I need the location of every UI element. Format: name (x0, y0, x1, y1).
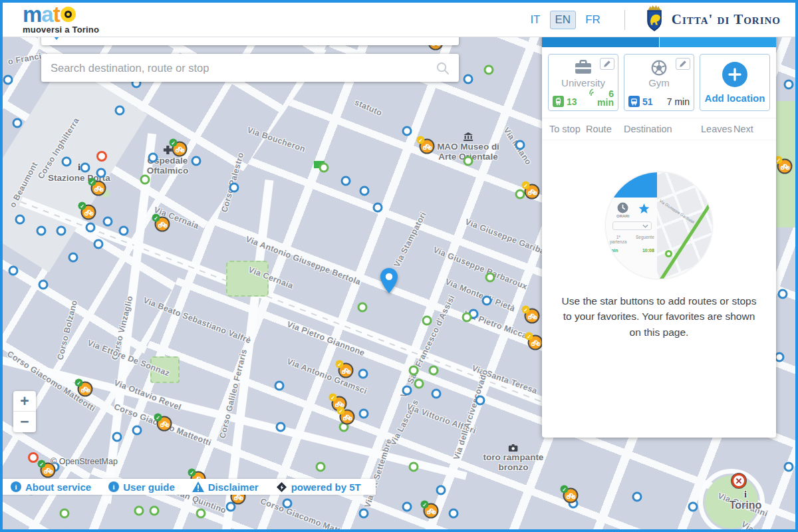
map-marker-bus-stop[interactable] (112, 432, 122, 442)
map-marker-bus-stop[interactable] (37, 226, 47, 236)
map-marker-bus-stop[interactable] (39, 280, 49, 290)
map-marker-bike-station[interactable]: ✓ (81, 205, 96, 220)
map-marker-stop[interactable] (140, 175, 150, 185)
map-marker-bus-stop[interactable] (192, 156, 201, 166)
map-marker-stop[interactable] (484, 65, 494, 75)
search-icon[interactable] (436, 61, 450, 75)
map-marker-bus-stop[interactable] (475, 396, 485, 406)
zoom-out-button[interactable]: − (13, 412, 36, 432)
map-marker-bus-stop[interactable] (784, 462, 794, 472)
map-marker-bus-stop[interactable] (360, 186, 370, 196)
map-marker-stop[interactable] (422, 316, 432, 326)
map-marker-bus-stop[interactable] (96, 168, 106, 178)
map-marker-bus-stop[interactable] (784, 80, 794, 90)
map-marker-bus-stop[interactable] (449, 509, 459, 519)
map-marker-bus-stop[interactable] (464, 74, 473, 84)
map-marker-bus-stop[interactable] (515, 140, 525, 150)
map-marker-stop[interactable] (316, 462, 326, 472)
map-marker-stop[interactable] (414, 379, 424, 389)
destination-input[interactable] (51, 62, 430, 74)
map-marker-bus-stop[interactable] (9, 266, 19, 276)
map-marker-bus-stop[interactable] (778, 289, 788, 299)
map-marker-stop[interactable] (429, 366, 439, 376)
map-marker-bike-station[interactable]: ✓ (338, 363, 354, 378)
map-marker-bus-stop[interactable] (62, 157, 72, 167)
map-marker-stop[interactable] (464, 156, 473, 166)
language-button-fr[interactable]: FR (580, 11, 606, 29)
zoom-in-button[interactable]: + (13, 391, 36, 412)
map-marker-bike-station[interactable]: ✓ (424, 503, 439, 519)
map-marker-bus-stop[interactable] (402, 386, 412, 396)
map-marker-bus-stop[interactable] (341, 176, 351, 186)
language-button-en[interactable]: EN (550, 11, 577, 29)
map-marker-bike-station[interactable]: ✓ (777, 159, 793, 174)
map-marker-stop[interactable] (462, 313, 472, 323)
map-marker-bike-station[interactable]: ✓ (340, 410, 355, 425)
map-marker-stop-alert[interactable] (96, 151, 107, 162)
tutorial-select (612, 221, 652, 230)
edit-favorite-icon[interactable] (600, 58, 614, 70)
map-marker-bike-station[interactable]: ✓ (528, 335, 543, 350)
map-marker-bus-stop[interactable] (57, 226, 66, 236)
map-marker-bike-station[interactable]: ✓ (525, 309, 540, 324)
map-marker-bus-stop[interactable] (482, 296, 492, 306)
map-marker-stop[interactable] (60, 509, 70, 519)
map-marker-bus-stop[interactable] (3, 75, 13, 85)
map-marker-stop[interactable] (319, 163, 329, 173)
map-marker-bus-stop[interactable] (115, 106, 125, 116)
map-marker-bus-stop[interactable] (119, 226, 129, 236)
map-marker-bike-station[interactable]: ✓ (155, 217, 170, 232)
footer-link-powered-by-5t[interactable]: powered by 5T (276, 481, 361, 493)
map-marker-bike-station[interactable]: ✓ (525, 184, 540, 200)
map-marker-bike-station[interactable]: ✓ (157, 416, 172, 432)
footer-link-disclaimer[interactable]: Disclaimer (192, 481, 259, 493)
map-marker-bus-stop[interactable] (15, 215, 25, 225)
map-marker-stop-alert[interactable] (28, 452, 39, 463)
map-marker-stop[interactable] (150, 506, 160, 516)
add-location-button[interactable]: Add location (700, 54, 770, 111)
edit-favorite-icon[interactable] (676, 58, 690, 70)
map-marker-bus-stop[interactable] (276, 422, 286, 432)
map-marker-bike-station[interactable]: ✓ (563, 488, 579, 503)
footer-link-user-guide[interactable]: iUser guide (108, 481, 175, 493)
map-marker-bus-stop[interactable] (359, 409, 369, 419)
map-marker-bus-stop[interactable] (80, 163, 90, 173)
map-marker-bike-station[interactable]: ✓ (420, 139, 435, 154)
plus-icon (722, 62, 747, 87)
map-marker-bus-stop[interactable] (103, 217, 113, 227)
map-marker-stop[interactable] (515, 190, 525, 200)
map-marker-stop[interactable] (409, 366, 419, 376)
map-marker-stop[interactable] (409, 462, 419, 472)
map-marker-bus-stop[interactable] (229, 183, 239, 193)
map-marker-stop[interactable] (196, 509, 206, 519)
map-marker-stop[interactable] (134, 506, 144, 516)
map-marker-bus-stop[interactable] (148, 153, 158, 163)
map-marker-bike-station[interactable]: ✓ (172, 142, 188, 157)
map-marker-bus-stop[interactable] (94, 239, 104, 249)
map-marker-bus-stop[interactable] (402, 502, 412, 512)
language-button-it[interactable]: IT (525, 11, 545, 29)
map-marker-stop[interactable] (485, 273, 495, 283)
map-marker-bus-stop[interactable] (632, 492, 642, 502)
map-marker-bus-stop[interactable] (358, 369, 368, 379)
favorite-card-gym[interactable]: Gym 51 7 min (624, 54, 694, 111)
map-marker-bus-stop[interactable] (373, 203, 383, 213)
map-marker-bus-stop[interactable] (86, 223, 96, 233)
map-marker-bike-station[interactable]: ✓ (78, 382, 93, 397)
map-marker-closed[interactable]: ✕ (732, 473, 746, 488)
map-marker-bus-stop[interactable] (432, 389, 442, 399)
map-marker-bus-stop[interactable] (275, 381, 285, 391)
map-marker-bus-stop[interactable] (132, 426, 142, 436)
map-marker-bus-stop[interactable] (359, 509, 369, 519)
favorite-card-university[interactable]: University 13 6 min (548, 54, 618, 111)
map-marker-bus-stop[interactable] (68, 253, 78, 263)
map-marker-bus-stop[interactable] (688, 502, 698, 512)
map-marker-bus-stop[interactable] (436, 485, 446, 495)
app-logo[interactable]: mat muoversi a Torino (23, 5, 99, 35)
map-marker-bus-stop[interactable] (402, 126, 412, 136)
footer-link-about-service[interactable]: iAbout service (11, 481, 91, 493)
map-marker-bike-station[interactable]: ✓ (91, 181, 106, 196)
map-marker-bus-stop[interactable] (13, 118, 23, 128)
map-marker-bus-stop[interactable] (283, 499, 293, 509)
map-marker-stop[interactable] (358, 303, 368, 313)
